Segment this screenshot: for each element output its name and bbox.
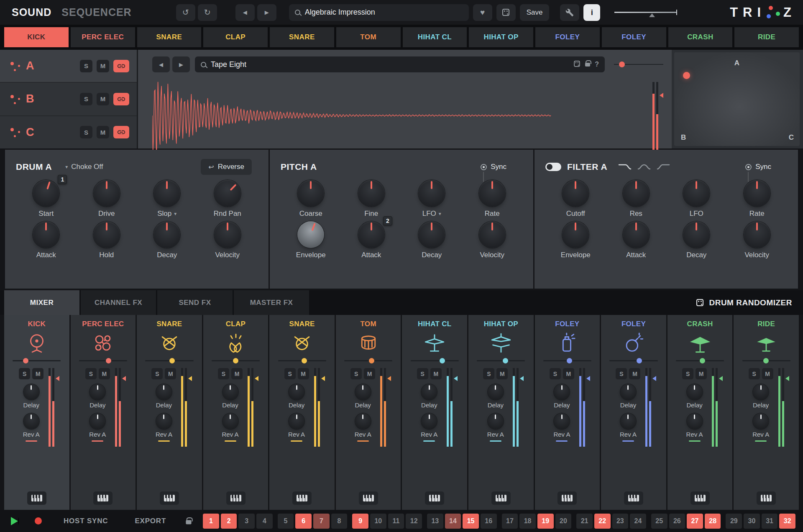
sample-name-input[interactable] <box>211 60 569 69</box>
pad-hihat-op[interactable]: HIHAT OP <box>469 27 533 47</box>
meter-marker[interactable] <box>188 376 192 381</box>
step-11[interactable]: 11 <box>388 514 404 529</box>
delay-send-knob[interactable] <box>289 384 304 400</box>
preset-search-field[interactable] <box>289 4 469 21</box>
delay-send-knob[interactable] <box>222 384 238 400</box>
mute-button[interactable]: M <box>165 368 176 379</box>
step-23[interactable]: 23 <box>612 514 629 529</box>
pan-handle[interactable] <box>637 358 642 363</box>
next-sample-button[interactable]: ▶ <box>172 56 190 72</box>
step-22[interactable]: 22 <box>594 514 611 529</box>
meter-marker[interactable] <box>321 376 325 381</box>
step-15[interactable]: 15 <box>463 514 479 529</box>
save-button[interactable]: Save <box>520 4 550 21</box>
filter-envelope-knob-cell[interactable]: Envelope <box>550 221 601 259</box>
step-30[interactable]: 30 <box>744 514 760 529</box>
pan-slider[interactable] <box>742 360 790 361</box>
step-13[interactable]: 13 <box>427 514 443 529</box>
pan-handle[interactable] <box>233 358 238 363</box>
layer-a-solo-button[interactable]: S <box>80 60 92 72</box>
xy-position-handle[interactable] <box>683 72 690 79</box>
settings-button[interactable] <box>560 4 579 21</box>
pitch-envelope-knob[interactable] <box>297 221 324 248</box>
reverb-send-knob[interactable] <box>421 413 437 429</box>
mute-button[interactable]: M <box>496 368 508 379</box>
solo-button[interactable]: S <box>350 368 362 379</box>
cutoff-knob[interactable] <box>562 180 589 207</box>
mute-button[interactable]: M <box>231 368 243 379</box>
solo-button[interactable]: S <box>151 368 163 379</box>
step-27[interactable]: 27 <box>687 514 703 529</box>
pan-slider[interactable] <box>13 360 61 361</box>
step-8[interactable]: 8 <box>331 514 348 529</box>
mixer-channel-snare-1[interactable]: SNARE S M Delay Rev A <box>137 315 202 510</box>
pan-slider[interactable] <box>344 360 392 361</box>
pan-slider[interactable] <box>278 360 326 361</box>
reverb-send-knob[interactable] <box>488 413 504 429</box>
step-29[interactable]: 29 <box>726 514 742 529</box>
drum-randomizer-button[interactable]: DRUM RANDOMIZER <box>696 290 792 315</box>
solo-button[interactable]: S <box>550 368 561 379</box>
step-19[interactable]: 19 <box>537 514 554 529</box>
solo-button[interactable]: S <box>749 368 760 379</box>
mixer-channel-kick[interactable]: KICK S M Delay Rev A <box>4 315 69 510</box>
step-26[interactable]: 26 <box>669 514 685 529</box>
pan-slider[interactable] <box>145 360 193 361</box>
solo-button[interactable]: S <box>682 368 693 379</box>
filter-rate-knob-cell[interactable]: Rate <box>732 180 782 218</box>
layer-a-mute-button[interactable]: M <box>97 60 109 72</box>
solo-button[interactable]: S <box>483 368 494 379</box>
tab-send-fx[interactable]: SEND FX <box>157 290 233 315</box>
step-32[interactable]: 32 <box>779 514 795 529</box>
rnd-pan-knob[interactable] <box>214 180 241 207</box>
layer-xy-pad[interactable]: A B C <box>674 52 800 146</box>
hold-knob[interactable] <box>93 221 120 248</box>
mute-button[interactable]: M <box>430 368 442 379</box>
step-16[interactable]: 16 <box>481 514 497 529</box>
filter-velocity-knob-cell[interactable]: Velocity <box>732 221 782 259</box>
attack-knob-cell[interactable]: Attack <box>21 221 71 259</box>
reverb-send-knob[interactable] <box>23 413 39 429</box>
mute-button[interactable]: M <box>696 368 707 379</box>
layer-row-c[interactable]: C S M <box>0 116 137 148</box>
export-button[interactable]: EXPORT <box>135 517 166 525</box>
layer-b-link-button[interactable] <box>113 93 129 105</box>
coarse-knob[interactable] <box>297 180 324 207</box>
keyboard-button[interactable] <box>425 491 444 505</box>
randomize-preset-button[interactable] <box>496 4 516 21</box>
pattern-lock-icon[interactable] <box>186 520 191 524</box>
mixer-channel-foley-2[interactable]: FOLEY S M Delay Rev A <box>601 315 666 510</box>
filter-enable-toggle[interactable] <box>545 163 561 171</box>
keyboard-button[interactable] <box>557 491 577 505</box>
keyboard-button[interactable] <box>491 491 511 505</box>
pitch-sync-toggle[interactable]: Sync <box>481 163 506 171</box>
res-knob[interactable] <box>623 180 650 207</box>
mixer-channel-ride[interactable]: RIDE S M Delay Rev A <box>734 315 799 510</box>
velocity-knob[interactable] <box>214 221 241 248</box>
reverse-button[interactable]: ↩ Reverse <box>201 159 252 175</box>
filter-velocity-knob[interactable] <box>744 221 770 248</box>
layer-c-mute-button[interactable]: M <box>97 126 109 138</box>
info-button[interactable]: i <box>583 4 600 21</box>
slop-knob[interactable] <box>153 180 180 207</box>
filter-sync-toggle[interactable]: Sync <box>745 163 771 171</box>
filter-lfo-knob[interactable] <box>683 180 710 207</box>
mute-button[interactable]: M <box>762 368 773 379</box>
meter-marker[interactable] <box>56 376 59 381</box>
step-10[interactable]: 10 <box>370 514 386 529</box>
filter-lfo-knob-cell[interactable]: LFO <box>671 180 721 218</box>
pan-handle[interactable] <box>23 358 28 363</box>
pan-handle[interactable] <box>440 358 445 363</box>
dropdown-caret-icon[interactable]: ▾ <box>174 211 176 217</box>
layer-b-solo-button[interactable]: S <box>80 93 92 105</box>
tab-sequencer[interactable]: SEQUENCER <box>61 6 131 18</box>
meter-marker[interactable] <box>520 376 524 381</box>
step-1[interactable]: 1 <box>203 514 219 529</box>
mute-button[interactable]: M <box>298 368 309 379</box>
mixer-channel-hihat-op[interactable]: HIHAT OP S M Delay Rev A <box>468 315 534 510</box>
level-handle[interactable] <box>619 61 625 67</box>
pan-slider[interactable] <box>212 360 260 361</box>
output-volume-slider[interactable] <box>614 8 677 17</box>
step-25[interactable]: 25 <box>651 514 667 529</box>
pitch-rate-knob-cell[interactable]: Rate <box>467 180 517 218</box>
